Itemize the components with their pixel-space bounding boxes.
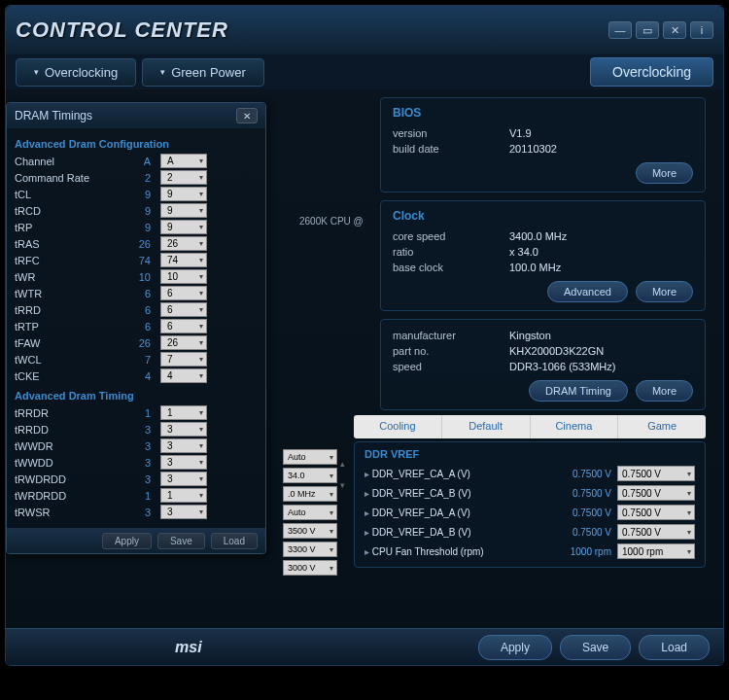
arrow-down-icon[interactable]: ▾ (340, 480, 345, 490)
bg-sel-5[interactable]: 3300 V (283, 542, 337, 557)
bg-sel-0[interactable]: Auto (283, 449, 337, 465)
maximize-button[interactable]: ▭ (636, 21, 659, 39)
timing-select[interactable]: 6 (160, 319, 207, 333)
arrow-up-icon[interactable]: ▴ (340, 459, 345, 469)
vref-label: DDR_VREF_CA_A (V) (364, 469, 547, 479)
ddr-vref-card: DDR VREF DDR_VREF_CA_A (V)0.7500 V0.7500… (354, 441, 706, 568)
timing-name: tWR (15, 271, 122, 283)
vref-select[interactable]: 0.7500 V (617, 485, 695, 501)
timing-select[interactable]: 10 (160, 269, 207, 284)
popup-save-button[interactable]: Save (157, 533, 205, 549)
tab-greenpower[interactable]: Green Power (142, 58, 264, 87)
timing-select[interactable]: A (160, 154, 207, 168)
timing-name: Command Rate (15, 172, 122, 184)
timing-select[interactable]: 6 (160, 286, 207, 300)
timing-current: 26 (122, 238, 160, 250)
dram-timing-button[interactable]: DRAM Timing (529, 380, 628, 402)
timing-select[interactable]: 2 (160, 170, 207, 185)
timing-current: 3 (122, 507, 160, 518)
save-button[interactable]: Save (560, 635, 631, 660)
timing-row: tRRD66 (15, 301, 258, 318)
popup-close-button[interactable]: ✕ (236, 108, 258, 123)
app-title: CONTROL CENTER (16, 18, 608, 43)
timing-select[interactable]: 3 (160, 455, 207, 470)
vref-select[interactable]: 0.7500 V (617, 466, 695, 481)
info-column: BIOS versionV1.9 build date20110302 More… (380, 97, 706, 410)
tab-overclocking[interactable]: Overclocking (16, 58, 136, 87)
popup-header[interactable]: DRAM Timings ✕ (7, 103, 265, 128)
timing-name: tWWDR (15, 440, 122, 452)
bios-more-button[interactable]: More (636, 162, 693, 184)
timing-name: tWCL (15, 354, 122, 366)
timing-name: tRWDRDD (15, 473, 122, 485)
spd-val: DDR3-1066 (533MHz) (509, 361, 615, 372)
timing-select[interactable]: 1 (160, 405, 207, 420)
timing-select[interactable]: 1 (160, 488, 207, 503)
vref-row: CPU Fan Threshold (rpm)1000 rpm1000 rpm (364, 542, 695, 561)
sect-adv-config: Advanced Dram Configuration (15, 132, 258, 153)
load-button[interactable]: Load (639, 635, 710, 660)
timing-select[interactable]: 3 (160, 422, 207, 437)
mem-more-button[interactable]: More (636, 380, 693, 402)
timing-row: tRAS2626 (15, 235, 258, 252)
timing-select[interactable]: 74 (160, 253, 207, 267)
bg-sel-2[interactable]: .0 MHz (283, 486, 337, 502)
timing-name: tRRDD (15, 424, 122, 436)
timing-select[interactable]: 9 (160, 220, 207, 234)
mfr-val: Kingston (509, 330, 551, 341)
clock-advanced-button[interactable]: Advanced (547, 281, 628, 302)
clock-more-button[interactable]: More (636, 281, 693, 302)
bg-sel-6[interactable]: 3000 V (283, 560, 337, 576)
mfr-key: manufacturer (393, 330, 509, 341)
timing-select[interactable]: 9 (160, 187, 207, 201)
timing-select[interactable]: 3 (160, 505, 207, 519)
popup-load-button[interactable]: Load (211, 533, 258, 549)
info-button[interactable]: i (690, 21, 713, 39)
vref-select[interactable]: 1000 rpm (617, 543, 695, 559)
timing-select[interactable]: 3 (160, 472, 207, 486)
timing-row: tRTP66 (15, 318, 258, 334)
close-button[interactable]: ✕ (663, 21, 686, 39)
timing-current: 3 (122, 457, 160, 469)
clock-title: Clock (393, 209, 693, 223)
timing-current: 9 (122, 189, 160, 200)
profile-default[interactable]: Default (442, 415, 531, 438)
vref-value: 0.7500 V (553, 527, 611, 538)
timing-name: tCKE (15, 370, 122, 382)
timing-current: 74 (122, 255, 160, 266)
timing-name: tWWDD (15, 457, 122, 469)
timing-name: tWRDRDD (15, 490, 122, 502)
core-val: 3400.0 MHz (509, 230, 567, 242)
timing-select[interactable]: 9 (160, 203, 207, 218)
popup-apply-button[interactable]: Apply (102, 533, 152, 549)
timing-select[interactable]: 26 (160, 335, 207, 350)
vref-row: DDR_VREF_CA_B (V)0.7500 V0.7500 V (364, 483, 695, 503)
vref-select[interactable]: 0.7500 V (617, 505, 695, 520)
vref-select[interactable]: 0.7500 V (617, 524, 695, 540)
profile-game[interactable]: Game (618, 415, 706, 438)
profile-cooling[interactable]: Cooling (354, 415, 442, 438)
timing-select[interactable]: 3 (160, 438, 207, 453)
timing-select[interactable]: 6 (160, 302, 207, 317)
timing-row: tRRDD33 (15, 421, 258, 438)
timing-current: 9 (122, 222, 160, 233)
timing-select[interactable]: 4 (160, 368, 207, 383)
bg-sel-1[interactable]: 34.0 (283, 468, 337, 483)
active-tab-label: Overclocking (590, 57, 713, 87)
vref-value: 0.7500 V (553, 488, 611, 499)
timing-name: tRCD (15, 205, 122, 217)
timing-row: tRRDR11 (15, 404, 258, 421)
apply-button[interactable]: Apply (478, 635, 552, 660)
vref-title: DDR VREF (364, 448, 695, 460)
vref-row: DDR_VREF_DA_A (V)0.7500 V0.7500 V (364, 503, 695, 522)
bg-sel-4[interactable]: 3500 V (283, 523, 337, 539)
minimize-button[interactable]: — (608, 21, 632, 39)
bg-sel-3[interactable]: Auto (283, 505, 337, 520)
timing-select[interactable]: 26 (160, 236, 207, 251)
timing-row: tRFC7474 (15, 252, 258, 268)
profile-cinema[interactable]: Cinema (531, 415, 619, 438)
timing-select[interactable]: 7 (160, 352, 207, 367)
timing-name: tRFC (15, 255, 122, 266)
scroll-arrows: ▴ ▾ (340, 459, 345, 490)
vref-label: DDR_VREF_CA_B (V) (364, 488, 547, 499)
